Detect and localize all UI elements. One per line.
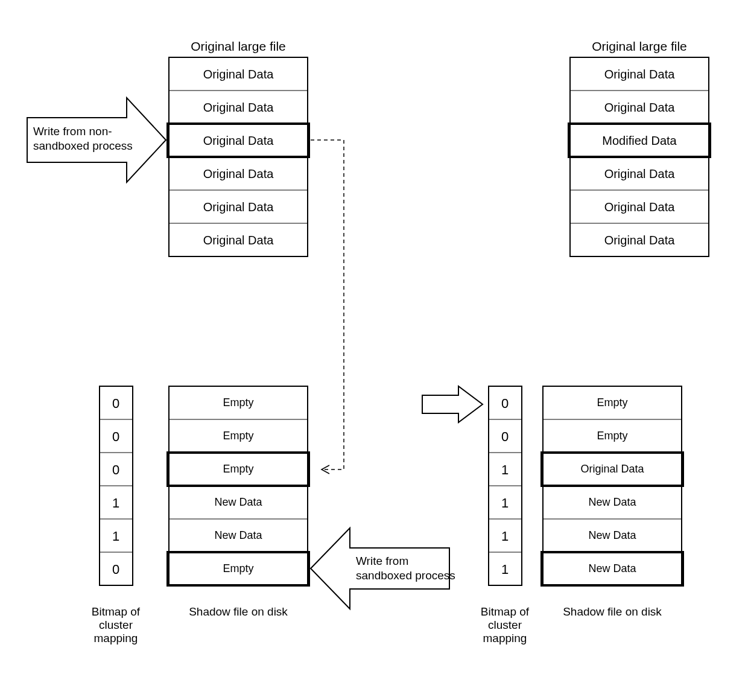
- arrow-sandboxed: Write from sandboxed process: [311, 528, 455, 609]
- br-row-3: New Data: [588, 496, 636, 508]
- bl-bit-5: 0: [112, 562, 119, 577]
- top-right-row-1: Original Data: [604, 101, 676, 114]
- bl-bitmap-cap-3: mapping: [94, 632, 138, 644]
- bl-bit-3: 1: [112, 495, 119, 511]
- arrow-transition: [422, 386, 483, 422]
- bl-row-0: Empty: [223, 396, 253, 409]
- br-row-5: New Data: [588, 562, 636, 574]
- br-row-0: Empty: [597, 396, 627, 409]
- bl-row-2: Empty: [223, 463, 253, 475]
- arrow-sandboxed-label-1: Write from: [356, 555, 408, 567]
- br-bit-1: 0: [501, 429, 509, 444]
- br-row-1: Empty: [597, 430, 627, 442]
- top-right-row-2: Modified Data: [602, 134, 677, 147]
- top-left-row-0: Original Data: [203, 68, 274, 81]
- bl-row-4: New Data: [214, 529, 262, 541]
- top-right-row-0: Original Data: [604, 68, 676, 81]
- bl-row-5: Empty: [223, 562, 253, 574]
- br-bit-4: 1: [501, 529, 509, 544]
- top-left-row-3: Original Data: [203, 167, 274, 180]
- bottom-right-bitmap: 0 0 1 1 1 1: [489, 386, 522, 585]
- svg-marker-37: [311, 528, 449, 609]
- br-bitmap-cap-3: mapping: [483, 632, 527, 644]
- br-bitmap-cap-1: Bitmap of: [481, 605, 530, 618]
- br-bit-5: 1: [501, 562, 509, 577]
- arrow-sandboxed-label-2: sandboxed process: [356, 569, 455, 582]
- top-left-row-5: Original Data: [203, 234, 274, 247]
- bottom-right-shadow: Empty Empty Original Data New Data New D…: [542, 386, 683, 585]
- top-right-row-4: Original Data: [604, 200, 676, 214]
- br-bit-0: 0: [501, 396, 509, 411]
- bottom-left-shadow: Empty Empty Empty New Data New Data Empt…: [168, 386, 309, 585]
- bottom-left-bitmap: 0 0 0 1 1 0: [100, 386, 133, 585]
- bl-shadow-cap: Shadow file on disk: [189, 605, 288, 618]
- dashed-connector: [311, 140, 344, 474]
- top-left-row-2: Original Data: [203, 134, 274, 147]
- top-left-file: Original Data Original Data Original Dat…: [168, 57, 309, 256]
- br-row-4: New Data: [588, 529, 636, 541]
- bl-bit-1: 0: [112, 429, 119, 444]
- arrow-nonsandboxed-label-2: sandboxed process: [33, 139, 133, 152]
- bl-bit-2: 0: [112, 462, 119, 477]
- top-left-title: Original large file: [191, 39, 286, 53]
- diagram: Original large file Original Data Origin…: [0, 0, 748, 700]
- top-right-file: Original Data Original Data Modified Dat…: [569, 57, 710, 256]
- top-left-row-4: Original Data: [203, 200, 274, 214]
- br-bit-2: 1: [501, 462, 509, 477]
- bl-row-1: Empty: [223, 430, 253, 442]
- br-bitmap-cap-2: cluster: [488, 619, 522, 631]
- top-right-row-5: Original Data: [604, 234, 676, 247]
- arrow-nonsandboxed: Write from non- sandboxed process: [27, 98, 166, 182]
- bl-bit-4: 1: [112, 529, 119, 544]
- br-bit-3: 1: [501, 495, 509, 511]
- bl-bitmap-cap-2: cluster: [99, 619, 133, 631]
- bl-row-3: New Data: [214, 496, 262, 508]
- svg-marker-38: [422, 386, 483, 422]
- arrow-nonsandboxed-label-1: Write from non-: [33, 125, 112, 138]
- bl-bit-0: 0: [112, 396, 119, 411]
- top-left-row-1: Original Data: [203, 101, 274, 114]
- br-row-2: Original Data: [580, 463, 644, 475]
- bl-bitmap-cap-1: Bitmap of: [92, 605, 141, 618]
- top-right-row-3: Original Data: [604, 167, 676, 180]
- top-right-title: Original large file: [592, 39, 687, 53]
- br-shadow-cap: Shadow file on disk: [563, 605, 662, 618]
